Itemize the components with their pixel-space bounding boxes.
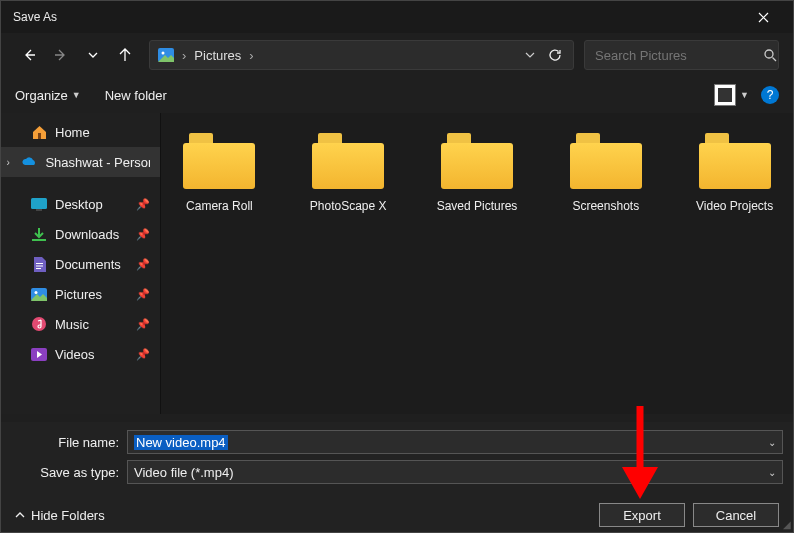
svg-rect-9 <box>36 268 41 269</box>
chevron-down-icon <box>525 50 535 60</box>
svg-rect-8 <box>36 265 43 266</box>
folder-item[interactable]: PhotoScape X <box>304 133 393 213</box>
filename-input[interactable]: New video.mp4 <box>134 435 228 450</box>
back-button[interactable] <box>15 41 43 69</box>
arrow-left-icon <box>22 48 36 62</box>
svg-point-2 <box>765 50 773 58</box>
filename-combobox[interactable]: New video.mp4 ⌄ <box>127 430 783 454</box>
tree-label: Shashwat - Personal <box>45 155 150 170</box>
tree-item-videos[interactable]: Videos 📌 <box>1 339 160 369</box>
new-folder-button[interactable]: New folder <box>105 88 167 103</box>
folder-icon <box>570 133 642 189</box>
address-dropdown[interactable] <box>525 50 535 60</box>
form-area: File name: New video.mp4 ⌄ Save as type:… <box>1 422 793 498</box>
tree-label: Videos <box>55 347 95 362</box>
tree-item-desktop[interactable]: Desktop 📌 <box>1 189 160 219</box>
address-bar[interactable]: › Pictures › <box>149 40 574 70</box>
cancel-label: Cancel <box>716 508 756 523</box>
documents-icon <box>31 256 47 272</box>
navigation-row: › Pictures › <box>1 33 793 77</box>
folder-item[interactable]: Camera Roll <box>175 133 264 213</box>
chevron-down-icon[interactable]: ⌄ <box>768 467 776 478</box>
tree-item-documents[interactable]: Documents 📌 <box>1 249 160 279</box>
svg-rect-7 <box>36 263 43 264</box>
chevron-down-icon <box>88 50 98 60</box>
filename-label: File name: <box>1 435 119 450</box>
recent-locations-button[interactable] <box>79 41 107 69</box>
folder-label: Screenshots <box>561 199 650 213</box>
svg-point-12 <box>32 317 46 331</box>
resize-grip-icon[interactable]: ◢ <box>783 519 791 530</box>
save-as-dialog: Save As › Pictures › <box>0 0 794 533</box>
tree-label: Home <box>55 125 90 140</box>
videos-icon <box>31 346 47 362</box>
tree-item-pictures[interactable]: Pictures 📌 <box>1 279 160 309</box>
onedrive-icon <box>21 154 37 170</box>
svg-rect-3 <box>38 133 41 139</box>
svg-rect-4 <box>31 198 47 209</box>
tree-item-music[interactable]: Music 📌 <box>1 309 160 339</box>
organize-button[interactable]: Organize▼ <box>15 88 81 103</box>
export-label: Export <box>623 508 661 523</box>
folder-icon <box>441 133 513 189</box>
svg-rect-5 <box>36 209 42 211</box>
caret-down-icon: ▼ <box>740 90 749 100</box>
pictures-icon <box>31 286 47 302</box>
search-box[interactable] <box>584 40 779 70</box>
caret-down-icon: ▼ <box>72 90 81 100</box>
desktop-icon <box>31 196 47 212</box>
forward-button[interactable] <box>47 41 75 69</box>
folder-item[interactable]: Video Projects <box>690 133 779 213</box>
tree-label: Downloads <box>55 227 119 242</box>
help-button[interactable]: ? <box>761 86 779 104</box>
search-input[interactable] <box>595 48 763 63</box>
downloads-icon <box>31 226 47 242</box>
arrow-up-icon <box>118 48 132 62</box>
tree-label: Desktop <box>55 197 103 212</box>
titlebar: Save As <box>1 1 793 33</box>
breadcrumb-location[interactable]: Pictures <box>194 48 241 63</box>
organize-label: Organize <box>15 88 68 103</box>
pictures-icon <box>158 47 174 63</box>
folder-icon <box>312 133 384 189</box>
chevron-down-icon[interactable]: ⌄ <box>768 437 776 448</box>
view-button[interactable]: ▼ <box>714 84 749 106</box>
pin-icon: 📌 <box>136 258 150 271</box>
folder-icon <box>699 133 771 189</box>
folder-item[interactable]: Saved Pictures <box>433 133 522 213</box>
window-title: Save As <box>13 10 57 24</box>
toolbar: Organize▼ New folder ▼ ? <box>1 77 793 113</box>
chevron-up-icon <box>15 510 25 520</box>
navigation-pane: Home › Shashwat - Personal Desktop 📌 Dow… <box>1 113 161 414</box>
close-icon <box>758 12 769 23</box>
tree-label: Pictures <box>55 287 102 302</box>
hide-folders-label: Hide Folders <box>31 508 105 523</box>
folder-item[interactable]: Screenshots <box>561 133 650 213</box>
arrow-right-icon <box>54 48 68 62</box>
refresh-icon <box>548 48 562 62</box>
pin-icon: 📌 <box>136 228 150 241</box>
up-button[interactable] <box>111 41 139 69</box>
hide-folders-button[interactable]: Hide Folders <box>15 508 105 523</box>
new-folder-label: New folder <box>105 88 167 103</box>
search-icon <box>763 48 777 62</box>
cancel-button[interactable]: Cancel <box>693 503 779 527</box>
refresh-button[interactable] <box>545 45 565 65</box>
folder-label: Camera Roll <box>175 199 264 213</box>
tree-item-home[interactable]: Home <box>1 117 160 147</box>
pin-icon: 📌 <box>136 348 150 361</box>
tree-label: Documents <box>55 257 121 272</box>
breadcrumb-separator: › <box>249 48 253 63</box>
close-button[interactable] <box>745 1 781 33</box>
filetype-combobox[interactable]: Video file (*.mp4) ⌄ <box>127 460 783 484</box>
tree-item-onedrive-personal[interactable]: › Shashwat - Personal <box>1 147 160 177</box>
pin-icon: 📌 <box>136 318 150 331</box>
svg-point-1 <box>162 52 165 55</box>
expand-icon[interactable]: › <box>3 157 13 168</box>
svg-rect-6 <box>32 239 46 241</box>
export-button[interactable]: Export <box>599 503 685 527</box>
tree-item-downloads[interactable]: Downloads 📌 <box>1 219 160 249</box>
music-icon <box>31 316 47 332</box>
tree-label: Music <box>55 317 89 332</box>
folder-label: Saved Pictures <box>433 199 522 213</box>
